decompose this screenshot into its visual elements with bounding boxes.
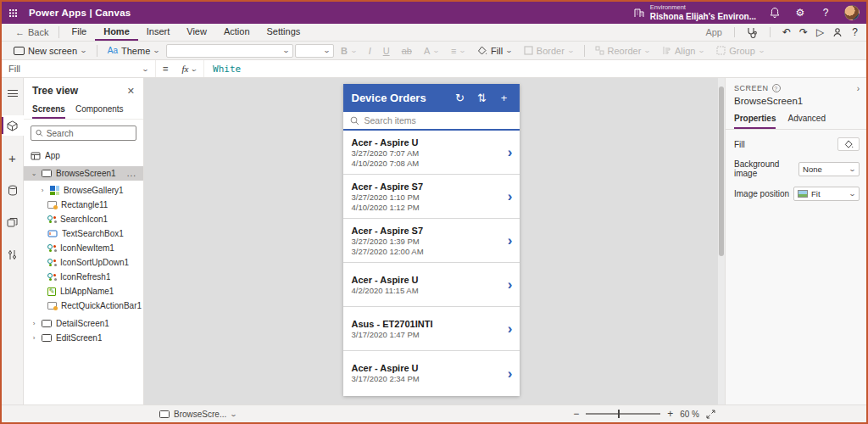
waffle-menu-icon[interactable] <box>2 2 24 24</box>
gallery-item[interactable]: Acer - Aspire S7 3/27/2020 1:39 PM 3/27/… <box>343 219 520 263</box>
tab-advanced[interactable]: Advanced <box>787 111 825 129</box>
design-canvas[interactable]: Device Orders ↻ ⇅ + Search items Acer - … <box>144 78 718 404</box>
close-icon[interactable]: ✕ <box>127 86 135 97</box>
gallery-item[interactable]: Acer - Aspire U 3/27/2020 7:07 AM 4/10/2… <box>343 131 520 175</box>
menu-tab-action[interactable]: Action <box>215 24 259 41</box>
phone-app-header[interactable]: Device Orders ↻ ⇅ + <box>343 84 520 112</box>
tree-item-textsearchbox1[interactable]: TextSearchBox1 <box>24 226 143 241</box>
image-position-dropdown[interactable]: Fit ⌄ <box>793 187 860 201</box>
tree-item-browsescreen1[interactable]: ⌄ BrowseScreen1 ... <box>24 166 143 181</box>
font-color-button[interactable]: A⌄ <box>419 42 444 59</box>
new-item-plus-icon[interactable]: + <box>498 92 511 104</box>
background-image-dropdown[interactable]: None ⌄ <box>798 162 860 176</box>
tree-item-lblappname1[interactable]: ✎ LblAppName1 <box>24 284 143 298</box>
back-button[interactable]: ← Back <box>8 24 55 41</box>
tab-components[interactable]: Components <box>75 102 124 119</box>
reorder-button[interactable]: Reorder⌄ <box>590 42 655 59</box>
zoom-out-button[interactable]: − <box>573 408 579 420</box>
sort-icon[interactable]: ⇅ <box>476 92 489 104</box>
chevron-right-icon[interactable]: › <box>31 320 37 327</box>
group-button[interactable]: Group⌄ <box>711 42 769 59</box>
tree-item-browsegallery1[interactable]: › BrowseGallery1 <box>24 183 143 198</box>
menu-tab-file[interactable]: File <box>63 24 95 41</box>
font-size-select[interactable]: ⌄ <box>295 44 334 58</box>
tree-item-iconrefresh1[interactable]: IconRefresh1 <box>24 270 143 284</box>
property-selector[interactable]: Fill ⌄ <box>2 60 156 77</box>
more-options-icon[interactable]: ... <box>127 169 143 178</box>
tree-item-editscreen1[interactable]: › EditScreen1 <box>24 331 143 345</box>
gallery-item[interactable]: Acer - Aspire S7 3/27/2020 1:10 PM 4/10/… <box>343 175 520 219</box>
tree-item-iconnewitem1[interactable]: IconNewItem1 <box>24 241 143 255</box>
text-align-button[interactable]: ≡⌄ <box>446 42 470 59</box>
help-icon[interactable]: ? <box>819 7 832 19</box>
zoom-in-button[interactable]: + <box>667 408 673 420</box>
tab-properties[interactable]: Properties <box>734 111 776 129</box>
item-chevron-icon[interactable]: › <box>508 321 513 336</box>
share-person-icon[interactable] <box>832 27 843 38</box>
scrollbar-thumb[interactable] <box>719 86 724 256</box>
item-chevron-icon[interactable]: › <box>508 277 513 292</box>
info-icon[interactable]: ? <box>772 84 781 92</box>
phone-screen-preview[interactable]: Device Orders ↻ ⇅ + Search items Acer - … <box>343 84 520 396</box>
user-avatar[interactable] <box>844 5 860 20</box>
strikethrough-button[interactable]: ab <box>397 42 417 59</box>
bold-button[interactable]: B⌄ <box>336 42 362 59</box>
underline-button[interactable]: U <box>378 42 395 59</box>
menu-tab-settings[interactable]: Settings <box>259 24 309 41</box>
tab-screens[interactable]: Screens <box>32 102 65 119</box>
border-button[interactable]: Border⌄ <box>519 42 579 59</box>
align-button[interactable]: Align⌄ <box>657 42 709 59</box>
theme-button[interactable]: Aa Theme ⌄ <box>103 42 164 59</box>
app-selector[interactable]: App <box>705 27 722 37</box>
zoom-slider[interactable] <box>586 413 660 415</box>
font-family-select[interactable]: ⌄ <box>166 44 293 58</box>
help-icon[interactable]: ? <box>852 26 858 38</box>
zoom-slider-handle[interactable] <box>618 410 620 418</box>
phone-search-box[interactable]: Search items <box>343 112 520 131</box>
chevron-right-icon[interactable]: › <box>31 334 37 342</box>
chevron-right-icon[interactable]: › <box>39 187 46 194</box>
screen-selector[interactable]: BrowseScre... ⌄ <box>159 405 236 422</box>
environment-picker[interactable]: Environment Rishona Elijah's Environ... <box>633 4 756 20</box>
item-chevron-icon[interactable]: › <box>508 233 513 248</box>
tree-view-rail-icon[interactable] <box>2 115 24 136</box>
tree-item-iconsortupdown1[interactable]: IconSortUpDown1 <box>24 255 143 270</box>
tree-search-input[interactable] <box>47 129 131 138</box>
gallery-item[interactable]: Acer - Aspire U 4/2/2020 11:15 AM › <box>343 263 520 307</box>
app-checker-stethoscope-icon[interactable] <box>747 27 758 38</box>
tree-item-searchicon1[interactable]: SearchIcon1 <box>24 212 143 226</box>
preview-play-icon[interactable]: ▷ <box>816 26 824 38</box>
formula-input[interactable]: White <box>204 60 866 77</box>
italic-button[interactable]: I <box>364 42 376 59</box>
advanced-tools-rail-icon[interactable] <box>2 244 24 265</box>
media-rail-icon[interactable] <box>2 212 24 232</box>
canvas-scrollbar[interactable] <box>718 78 725 404</box>
fill-color-button[interactable] <box>837 137 860 151</box>
gallery-item[interactable]: Acer - Aspire U 3/17/2020 2:34 PM › <box>343 351 520 395</box>
undo-icon[interactable]: ↶ <box>782 26 791 38</box>
menu-tab-view[interactable]: View <box>178 24 215 41</box>
chevron-down-icon[interactable]: ⌄ <box>31 170 37 177</box>
notifications-bell-icon[interactable] <box>768 7 782 19</box>
fx-button[interactable]: fx ⌄ <box>175 60 204 77</box>
fit-to-window-icon[interactable] <box>706 410 715 419</box>
tree-search-box[interactable] <box>31 126 136 141</box>
item-chevron-icon[interactable]: › <box>508 366 513 381</box>
tree-item-rectangle11[interactable]: Rectangle11 <box>24 198 143 212</box>
tree-item-rectquickactionbar1[interactable]: RectQuickActionBar1 <box>24 298 143 313</box>
insert-rail-icon[interactable]: + <box>2 148 24 168</box>
menu-tab-insert[interactable]: Insert <box>138 24 179 41</box>
item-chevron-icon[interactable]: › <box>508 145 513 159</box>
data-rail-icon[interactable] <box>2 180 24 200</box>
gallery-item[interactable]: Asus - ET2701INTI 3/17/2020 1:47 PM › <box>343 307 520 351</box>
collapse-panel-icon[interactable]: › <box>857 84 860 93</box>
collapse-panel-icon[interactable] <box>2 83 24 103</box>
refresh-icon[interactable]: ↻ <box>453 92 467 104</box>
tree-item-app[interactable]: App <box>24 148 143 163</box>
fill-button[interactable]: Fill ⌄ <box>472 42 517 59</box>
item-chevron-icon[interactable]: › <box>508 189 513 204</box>
settings-gear-icon[interactable]: ⚙ <box>793 7 807 19</box>
new-screen-button[interactable]: New screen ⌄ <box>8 42 92 59</box>
menu-tab-home[interactable]: Home <box>95 24 138 41</box>
tree-item-detailscreen1[interactable]: › DetailScreen1 <box>24 316 143 331</box>
